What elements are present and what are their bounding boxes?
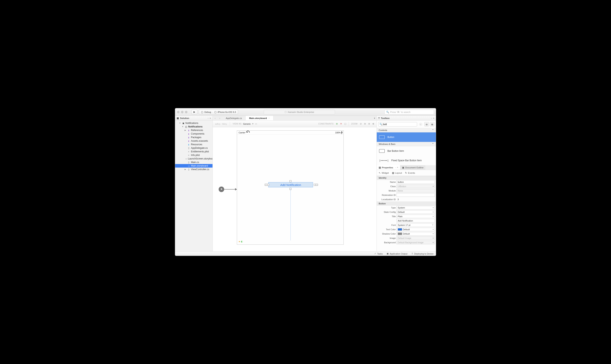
viewcontroller-icon[interactable]: ●: [239, 240, 240, 243]
constraint-handle-left[interactable]: [265, 184, 267, 186]
clear-search-icon[interactable]: ×: [419, 123, 422, 126]
tab-appdelegate[interactable]: AppDelegate.cs: [222, 116, 246, 120]
pin-icon[interactable]: ▫: [208, 117, 208, 119]
orientation-icon[interactable]: ▭: [255, 123, 257, 125]
check-icon: ✓: [374, 252, 376, 255]
color-swatch: [398, 233, 402, 235]
entry-point-arrow[interactable]: ⚑: [219, 187, 237, 192]
tree-infoplist[interactable]: ≡Info.plist: [175, 153, 212, 157]
tab-document-outline[interactable]: ▣Document Outline: [400, 165, 425, 170]
tree-entitlements[interactable]: ≡Entitlements.plist: [175, 150, 212, 153]
status-deploy[interactable]: ⇧Deploying to Device: [411, 252, 433, 255]
selected-uibutton[interactable]: Add Notification: [268, 182, 313, 187]
tree-solution-root[interactable]: ▼▣Notifications: [175, 121, 212, 125]
field-stateconfig[interactable]: Default: [397, 210, 435, 214]
close-pad-icon[interactable]: ×: [433, 117, 434, 119]
field-font[interactable]: System 17 ptT: [397, 223, 435, 227]
folder-icon: ▮: [187, 136, 190, 139]
toolbox-compact-view[interactable]: ▤: [424, 122, 429, 127]
design-canvas[interactable]: ⚑ Carrier 100% Add Notification: [213, 127, 376, 251]
nav-forward[interactable]: ›: [217, 116, 222, 120]
search-placeholder: Press '⌘.' to search: [390, 111, 411, 113]
plist-file-icon: ≡: [187, 154, 190, 156]
field-localization-id: 3: [397, 198, 399, 201]
toolbox-search-input[interactable]: [378, 122, 417, 127]
tree-project[interactable]: ▼▢Notifications: [175, 125, 212, 129]
toolbox-list-view[interactable]: ▦: [430, 122, 434, 127]
category-controls[interactable]: Controls⌃: [377, 128, 436, 132]
minimize-window-icon[interactable]: [181, 111, 183, 113]
project-icon: ▢: [185, 125, 187, 128]
size-class-selector[interactable]: wAny hAny: [215, 123, 227, 125]
tab-overflow[interactable]: ▾: [373, 116, 376, 120]
chevron-down-icon[interactable]: ▾: [252, 123, 253, 125]
tree-launchscreen[interactable]: ▭LaunchScreen.storyboard: [175, 157, 212, 160]
nav-back[interactable]: ‹: [213, 116, 217, 120]
properties-subtabs: ↖Widget ▦Layout ↻Events: [377, 170, 436, 176]
field-title-type[interactable]: Plain: [397, 215, 435, 218]
battery-pct: 100%: [335, 131, 341, 134]
scene-dock: ● ◐: [239, 240, 243, 243]
search-icon: 🔍: [386, 111, 389, 113]
field-title-text[interactable]: Add Notification: [397, 219, 435, 222]
traffic-lights: [177, 111, 187, 113]
zoom-window-icon[interactable]: [185, 111, 187, 113]
subtab-events[interactable]: ↻Events: [405, 171, 415, 174]
status-tasks[interactable]: ✓Tasks: [374, 252, 383, 255]
frame-mode-icon[interactable]: ▢: [344, 123, 346, 125]
global-search[interactable]: 🔍 Press '⌘.' to search: [384, 110, 434, 114]
close-pad-icon[interactable]: ×: [210, 117, 211, 119]
zoom-fit-icon[interactable]: ⊙: [360, 123, 362, 125]
remove-constraint-icon[interactable]: ✕: [340, 123, 342, 125]
run-config-selector[interactable]: ▢ Debug › ▢ iPhone 6s iOS 9.3: [199, 110, 238, 114]
category-windows-bars[interactable]: Windows & Bars⌃: [377, 142, 436, 146]
field-type[interactable]: System: [397, 206, 435, 209]
tree-packages[interactable]: ▮Packages: [175, 136, 212, 139]
tree-references[interactable]: ▶▮References: [175, 129, 212, 132]
field-restoration-id[interactable]: [397, 193, 435, 197]
close-window-icon[interactable]: [177, 111, 180, 113]
subtab-widget[interactable]: ↖Widget: [379, 171, 389, 174]
field-background[interactable]: Default Background Image: [397, 241, 435, 244]
field-textcolor[interactable]: Default: [397, 228, 435, 231]
first-responder-icon[interactable]: ◐: [241, 240, 243, 243]
tree-components[interactable]: ▮Components: [175, 132, 212, 136]
zoom-out-icon[interactable]: ⊖: [364, 123, 366, 125]
viewcontroller-scene[interactable]: Carrier 100% Add Notification: [237, 130, 344, 245]
close-icon[interactable]: ×: [397, 166, 398, 169]
outline-icon: ▣: [402, 166, 404, 169]
add-constraint-icon[interactable]: ⊕: [336, 123, 338, 125]
toolbox-item-button[interactable]: Button: [377, 132, 436, 142]
zoom-label: ZOOM: [351, 123, 358, 125]
toolbox-item-fixedspace[interactable]: |•••••| Fixed Space Bar Button Item: [377, 156, 436, 165]
config-name: Debug: [204, 111, 211, 113]
pin-icon[interactable]: ▫: [431, 117, 432, 119]
tree-appdelegate[interactable]: {}AppDelegate.cs: [175, 146, 212, 150]
csharp-file-icon: {}: [187, 147, 190, 149]
subtab-layout[interactable]: ▦Layout: [392, 171, 402, 174]
close-tab-icon[interactable]: ○: [268, 117, 270, 119]
tree-viewcontroller[interactable]: ▶{}ViewController.cs: [175, 168, 212, 171]
tab-properties[interactable]: ▤Properties▫×: [377, 165, 400, 170]
run-button[interactable]: ▶: [191, 110, 197, 114]
field-name[interactable]: button: [397, 180, 435, 184]
viewas-value[interactable]: Generic: [243, 123, 251, 125]
resize-handle-top[interactable]: [290, 180, 292, 182]
constraint-handle-right[interactable]: [315, 184, 318, 186]
toolbox-item-barbutton[interactable]: Bar Button Item: [377, 146, 436, 156]
status-app-output[interactable]: ▣Application Output: [387, 252, 407, 255]
zoom-actual-icon[interactable]: ⊘: [368, 123, 370, 125]
zoom-in-icon[interactable]: ⊕: [372, 123, 374, 125]
tree-maincs[interactable]: {}Main.cs: [175, 160, 212, 164]
tree-mainstoryboard[interactable]: ▭Main.storyboard: [175, 164, 212, 168]
field-class[interactable]: UIButton: [397, 184, 435, 188]
field-shadowcolor[interactable]: Default: [397, 232, 435, 235]
font-picker-icon[interactable]: T: [432, 224, 433, 226]
tree-assets[interactable]: ▮Assets.xcassets: [175, 139, 212, 143]
field-module[interactable]: None: [397, 189, 435, 193]
barbutton-control-icon: [379, 149, 385, 153]
pin-icon[interactable]: ▫: [395, 166, 396, 169]
tab-mainstoryboard[interactable]: Main.storyboard○: [246, 116, 273, 120]
tree-resources[interactable]: ▮Resources: [175, 143, 212, 146]
field-image[interactable]: Default Image: [397, 236, 435, 240]
